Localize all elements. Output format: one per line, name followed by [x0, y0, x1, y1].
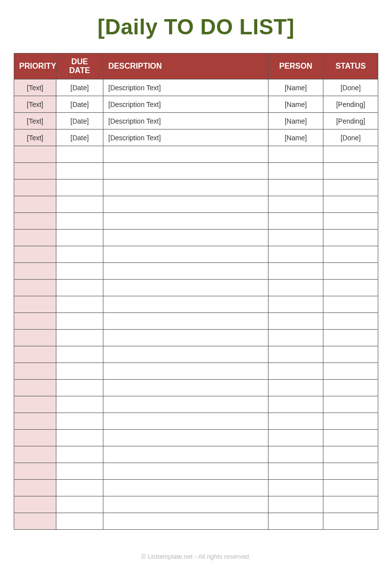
- cell-person[interactable]: [269, 196, 323, 213]
- cell-duedate[interactable]: [56, 430, 103, 446]
- cell-description[interactable]: [Description Text]: [103, 130, 269, 146]
- cell-status[interactable]: [323, 296, 378, 313]
- cell-description[interactable]: [103, 146, 269, 163]
- cell-person[interactable]: [269, 146, 323, 163]
- cell-person[interactable]: [269, 363, 323, 380]
- cell-description[interactable]: [103, 463, 269, 480]
- cell-person[interactable]: [269, 313, 323, 330]
- cell-priority[interactable]: [14, 330, 56, 346]
- cell-person[interactable]: [269, 413, 323, 430]
- cell-duedate[interactable]: [56, 480, 103, 496]
- cell-priority[interactable]: [14, 363, 56, 380]
- cell-priority[interactable]: [Text]: [14, 79, 56, 96]
- cell-duedate[interactable]: [56, 330, 103, 346]
- cell-description[interactable]: [103, 396, 269, 413]
- cell-status[interactable]: [323, 396, 378, 413]
- cell-status[interactable]: [323, 380, 378, 396]
- cell-person[interactable]: [269, 213, 323, 230]
- cell-duedate[interactable]: [56, 413, 103, 430]
- cell-duedate[interactable]: [56, 363, 103, 380]
- cell-person[interactable]: [269, 430, 323, 446]
- cell-description[interactable]: [103, 246, 269, 263]
- cell-description[interactable]: [103, 263, 269, 280]
- cell-person[interactable]: [269, 280, 323, 296]
- cell-person[interactable]: [269, 380, 323, 396]
- cell-status[interactable]: [323, 496, 378, 513]
- cell-status[interactable]: [323, 246, 378, 263]
- cell-status[interactable]: [323, 480, 378, 496]
- cell-duedate[interactable]: [56, 163, 103, 180]
- cell-person[interactable]: [269, 513, 323, 530]
- cell-status[interactable]: [Done]: [323, 130, 378, 146]
- cell-person[interactable]: [Name]: [269, 79, 323, 96]
- cell-description[interactable]: [103, 496, 269, 513]
- cell-duedate[interactable]: [56, 380, 103, 396]
- cell-person[interactable]: [269, 246, 323, 263]
- cell-description[interactable]: [103, 280, 269, 296]
- cell-priority[interactable]: [14, 496, 56, 513]
- cell-person[interactable]: [269, 346, 323, 363]
- cell-priority[interactable]: [14, 313, 56, 330]
- cell-priority[interactable]: [14, 380, 56, 396]
- cell-status[interactable]: [Done]: [323, 79, 378, 96]
- cell-priority[interactable]: [14, 263, 56, 280]
- cell-description[interactable]: [103, 480, 269, 496]
- cell-priority[interactable]: [14, 413, 56, 430]
- cell-status[interactable]: [323, 463, 378, 480]
- cell-duedate[interactable]: [56, 146, 103, 163]
- cell-duedate[interactable]: [56, 496, 103, 513]
- cell-priority[interactable]: [14, 230, 56, 246]
- cell-priority[interactable]: [14, 430, 56, 446]
- cell-priority[interactable]: [14, 480, 56, 496]
- cell-description[interactable]: [103, 380, 269, 396]
- cell-duedate[interactable]: [Date]: [56, 130, 103, 146]
- cell-description[interactable]: [103, 213, 269, 230]
- cell-description[interactable]: [103, 313, 269, 330]
- cell-person[interactable]: [269, 230, 323, 246]
- cell-person[interactable]: [269, 446, 323, 463]
- cell-duedate[interactable]: [56, 513, 103, 530]
- cell-status[interactable]: [323, 430, 378, 446]
- cell-duedate[interactable]: [Date]: [56, 113, 103, 130]
- cell-priority[interactable]: [14, 513, 56, 530]
- cell-person[interactable]: [269, 330, 323, 346]
- cell-person[interactable]: [269, 480, 323, 496]
- cell-duedate[interactable]: [56, 463, 103, 480]
- cell-duedate[interactable]: [56, 313, 103, 330]
- cell-description[interactable]: [103, 363, 269, 380]
- cell-status[interactable]: [323, 196, 378, 213]
- cell-duedate[interactable]: [56, 346, 103, 363]
- cell-description[interactable]: [Description Text]: [103, 79, 269, 96]
- cell-person[interactable]: [269, 396, 323, 413]
- cell-description[interactable]: [103, 330, 269, 346]
- cell-status[interactable]: [323, 180, 378, 196]
- cell-duedate[interactable]: [56, 196, 103, 213]
- cell-duedate[interactable]: [56, 230, 103, 246]
- cell-person[interactable]: [Name]: [269, 113, 323, 130]
- cell-description[interactable]: [103, 430, 269, 446]
- cell-priority[interactable]: [14, 196, 56, 213]
- cell-priority[interactable]: [14, 213, 56, 230]
- cell-priority[interactable]: [14, 246, 56, 263]
- cell-duedate[interactable]: [56, 213, 103, 230]
- cell-priority[interactable]: [14, 146, 56, 163]
- cell-priority[interactable]: [14, 180, 56, 196]
- cell-priority[interactable]: [Text]: [14, 130, 56, 146]
- cell-person[interactable]: [Name]: [269, 130, 323, 146]
- cell-description[interactable]: [103, 413, 269, 430]
- cell-person[interactable]: [269, 163, 323, 180]
- cell-status[interactable]: [323, 513, 378, 530]
- cell-description[interactable]: [103, 296, 269, 313]
- cell-duedate[interactable]: [56, 180, 103, 196]
- cell-priority[interactable]: [14, 163, 56, 180]
- cell-status[interactable]: [323, 280, 378, 296]
- cell-person[interactable]: [269, 496, 323, 513]
- cell-priority[interactable]: [14, 446, 56, 463]
- cell-description[interactable]: [103, 446, 269, 463]
- cell-duedate[interactable]: [56, 246, 103, 263]
- cell-status[interactable]: [323, 446, 378, 463]
- cell-status[interactable]: [323, 213, 378, 230]
- cell-description[interactable]: [Description Text]: [103, 113, 269, 130]
- cell-duedate[interactable]: [56, 263, 103, 280]
- cell-duedate[interactable]: [Date]: [56, 79, 103, 96]
